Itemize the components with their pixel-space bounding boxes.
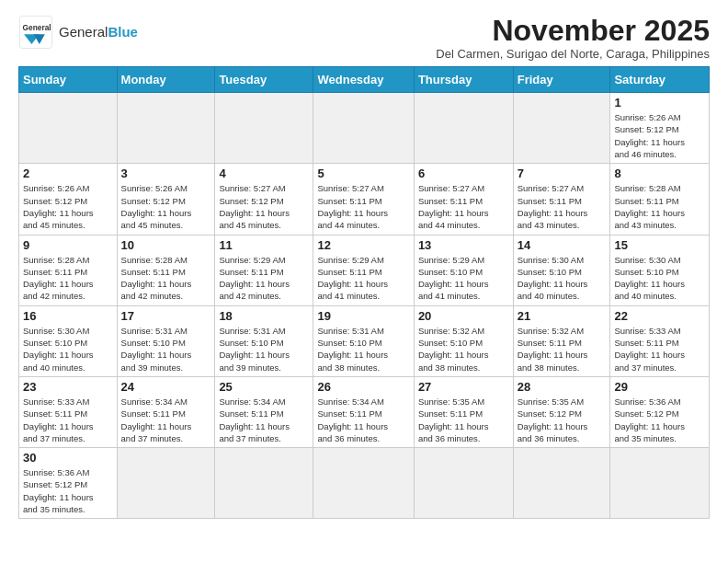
calendar-cell: 17Sunrise: 5:31 AM Sunset: 5:10 PM Dayli…: [117, 305, 215, 376]
calendar-cell: [610, 448, 710, 519]
calendar-cell: 8Sunrise: 5:28 AM Sunset: 5:11 PM Daylig…: [610, 164, 710, 235]
day-number: 13: [418, 238, 509, 252]
calendar-cell: 25Sunrise: 5:34 AM Sunset: 5:11 PM Dayli…: [215, 376, 313, 447]
calendar-header-wednesday: Wednesday: [313, 67, 414, 93]
calendar-cell: 9Sunrise: 5:28 AM Sunset: 5:11 PM Daylig…: [19, 235, 118, 305]
day-info: Sunrise: 5:33 AM Sunset: 5:11 PM Dayligh…: [23, 396, 113, 444]
day-number: 24: [121, 380, 211, 394]
day-number: 20: [418, 309, 509, 323]
calendar-cell: 27Sunrise: 5:35 AM Sunset: 5:11 PM Dayli…: [414, 376, 513, 447]
day-number: 9: [23, 238, 113, 252]
day-info: Sunrise: 5:27 AM Sunset: 5:12 PM Dayligh…: [219, 182, 309, 231]
calendar-week-4: 16Sunrise: 5:30 AM Sunset: 5:10 PM Dayli…: [19, 305, 710, 376]
day-number: 30: [23, 451, 113, 465]
calendar-cell: 28Sunrise: 5:35 AM Sunset: 5:12 PM Dayli…: [513, 376, 610, 447]
svg-text:General: General: [23, 23, 51, 32]
calendar-week-5: 23Sunrise: 5:33 AM Sunset: 5:11 PM Dayli…: [19, 376, 710, 447]
logo: General GeneralBlue: [18, 15, 138, 50]
calendar-cell: 23Sunrise: 5:33 AM Sunset: 5:11 PM Dayli…: [19, 376, 118, 447]
calendar-cell: [414, 448, 513, 519]
title-block: November 2025 Del Carmen, Surigao del No…: [436, 15, 710, 61]
day-number: 25: [219, 380, 309, 394]
day-number: 1: [614, 96, 705, 109]
day-number: 22: [614, 309, 705, 323]
calendar-header-saturday: Saturday: [610, 67, 710, 93]
page-header: General GeneralBlue November 2025 Del Ca…: [18, 15, 710, 61]
calendar-cell: [313, 448, 414, 519]
calendar-cell: 16Sunrise: 5:30 AM Sunset: 5:10 PM Dayli…: [19, 305, 118, 376]
calendar-cell: [513, 93, 610, 164]
calendar-cell: 13Sunrise: 5:29 AM Sunset: 5:10 PM Dayli…: [414, 235, 513, 305]
calendar-cell: 29Sunrise: 5:36 AM Sunset: 5:12 PM Dayli…: [610, 376, 710, 447]
day-info: Sunrise: 5:28 AM Sunset: 5:11 PM Dayligh…: [23, 254, 113, 303]
day-info: Sunrise: 5:28 AM Sunset: 5:11 PM Dayligh…: [614, 182, 705, 231]
calendar-cell: 24Sunrise: 5:34 AM Sunset: 5:11 PM Dayli…: [117, 376, 215, 447]
day-info: Sunrise: 5:30 AM Sunset: 5:10 PM Dayligh…: [518, 254, 607, 303]
day-number: 14: [518, 238, 607, 252]
day-info: Sunrise: 5:34 AM Sunset: 5:11 PM Dayligh…: [121, 396, 211, 444]
day-info: Sunrise: 5:26 AM Sunset: 5:12 PM Dayligh…: [121, 182, 211, 231]
day-info: Sunrise: 5:29 AM Sunset: 5:11 PM Dayligh…: [219, 254, 309, 303]
calendar-cell: [313, 93, 414, 164]
day-info: Sunrise: 5:32 AM Sunset: 5:11 PM Dayligh…: [518, 325, 607, 373]
day-number: 6: [418, 167, 509, 180]
calendar-cell: 26Sunrise: 5:34 AM Sunset: 5:11 PM Dayli…: [313, 376, 414, 447]
calendar-cell: [117, 93, 215, 164]
day-number: 27: [418, 380, 509, 394]
calendar-cell: 10Sunrise: 5:28 AM Sunset: 5:11 PM Dayli…: [117, 235, 215, 305]
day-number: 11: [219, 238, 309, 252]
calendar-week-2: 2Sunrise: 5:26 AM Sunset: 5:12 PM Daylig…: [19, 164, 710, 235]
svg-rect-0: [20, 17, 52, 49]
day-info: Sunrise: 5:30 AM Sunset: 5:10 PM Dayligh…: [614, 254, 705, 303]
day-info: Sunrise: 5:30 AM Sunset: 5:10 PM Dayligh…: [23, 325, 113, 373]
day-info: Sunrise: 5:31 AM Sunset: 5:10 PM Dayligh…: [121, 325, 211, 373]
calendar-cell: [414, 93, 513, 164]
calendar-cell: 14Sunrise: 5:30 AM Sunset: 5:10 PM Dayli…: [513, 235, 610, 305]
day-info: Sunrise: 5:35 AM Sunset: 5:11 PM Dayligh…: [418, 396, 509, 444]
day-info: Sunrise: 5:27 AM Sunset: 5:11 PM Dayligh…: [418, 182, 509, 231]
day-info: Sunrise: 5:34 AM Sunset: 5:11 PM Dayligh…: [219, 396, 309, 444]
day-number: 4: [219, 167, 309, 180]
calendar-table: SundayMondayTuesdayWednesdayThursdayFrid…: [18, 66, 710, 519]
calendar-cell: 19Sunrise: 5:31 AM Sunset: 5:10 PM Dayli…: [313, 305, 414, 376]
calendar-week-3: 9Sunrise: 5:28 AM Sunset: 5:11 PM Daylig…: [19, 235, 710, 305]
calendar-cell: 22Sunrise: 5:33 AM Sunset: 5:11 PM Dayli…: [610, 305, 710, 376]
day-number: 23: [23, 380, 113, 394]
logo-text: GeneralBlue: [59, 24, 138, 40]
day-number: 12: [317, 238, 409, 252]
calendar-cell: 21Sunrise: 5:32 AM Sunset: 5:11 PM Dayli…: [513, 305, 610, 376]
day-info: Sunrise: 5:28 AM Sunset: 5:11 PM Dayligh…: [121, 254, 211, 303]
calendar-cell: 12Sunrise: 5:29 AM Sunset: 5:11 PM Dayli…: [313, 235, 414, 305]
day-info: Sunrise: 5:27 AM Sunset: 5:11 PM Dayligh…: [518, 182, 607, 231]
generalblue-logo-icon: General: [18, 15, 53, 50]
calendar-week-6: 30Sunrise: 5:36 AM Sunset: 5:12 PM Dayli…: [19, 448, 710, 519]
calendar-cell: [513, 448, 610, 519]
day-number: 29: [614, 380, 705, 394]
day-info: Sunrise: 5:36 AM Sunset: 5:12 PM Dayligh…: [614, 396, 705, 444]
day-info: Sunrise: 5:29 AM Sunset: 5:10 PM Dayligh…: [418, 254, 509, 303]
day-number: 19: [317, 309, 409, 323]
calendar-cell: 5Sunrise: 5:27 AM Sunset: 5:11 PM Daylig…: [313, 164, 414, 235]
day-number: 28: [518, 380, 607, 394]
calendar-cell: [19, 93, 118, 164]
day-info: Sunrise: 5:31 AM Sunset: 5:10 PM Dayligh…: [219, 325, 309, 373]
calendar-cell: [215, 93, 313, 164]
calendar-cell: 11Sunrise: 5:29 AM Sunset: 5:11 PM Dayli…: [215, 235, 313, 305]
calendar-cell: 4Sunrise: 5:27 AM Sunset: 5:12 PM Daylig…: [215, 164, 313, 235]
calendar-header-monday: Monday: [117, 67, 215, 93]
calendar-cell: 1Sunrise: 5:26 AM Sunset: 5:12 PM Daylig…: [610, 93, 710, 164]
calendar-header-thursday: Thursday: [414, 67, 513, 93]
day-number: 8: [614, 167, 705, 180]
day-info: Sunrise: 5:33 AM Sunset: 5:11 PM Dayligh…: [614, 325, 705, 373]
day-info: Sunrise: 5:32 AM Sunset: 5:10 PM Dayligh…: [418, 325, 509, 373]
calendar-cell: 18Sunrise: 5:31 AM Sunset: 5:10 PM Dayli…: [215, 305, 313, 376]
day-info: Sunrise: 5:29 AM Sunset: 5:11 PM Dayligh…: [317, 254, 409, 303]
day-number: 2: [23, 167, 113, 180]
day-info: Sunrise: 5:34 AM Sunset: 5:11 PM Dayligh…: [317, 396, 409, 444]
day-number: 7: [518, 167, 607, 180]
day-number: 18: [219, 309, 309, 323]
day-number: 21: [518, 309, 607, 323]
calendar-cell: 15Sunrise: 5:30 AM Sunset: 5:10 PM Dayli…: [610, 235, 710, 305]
day-info: Sunrise: 5:27 AM Sunset: 5:11 PM Dayligh…: [317, 182, 409, 231]
calendar-cell: 6Sunrise: 5:27 AM Sunset: 5:11 PM Daylig…: [414, 164, 513, 235]
